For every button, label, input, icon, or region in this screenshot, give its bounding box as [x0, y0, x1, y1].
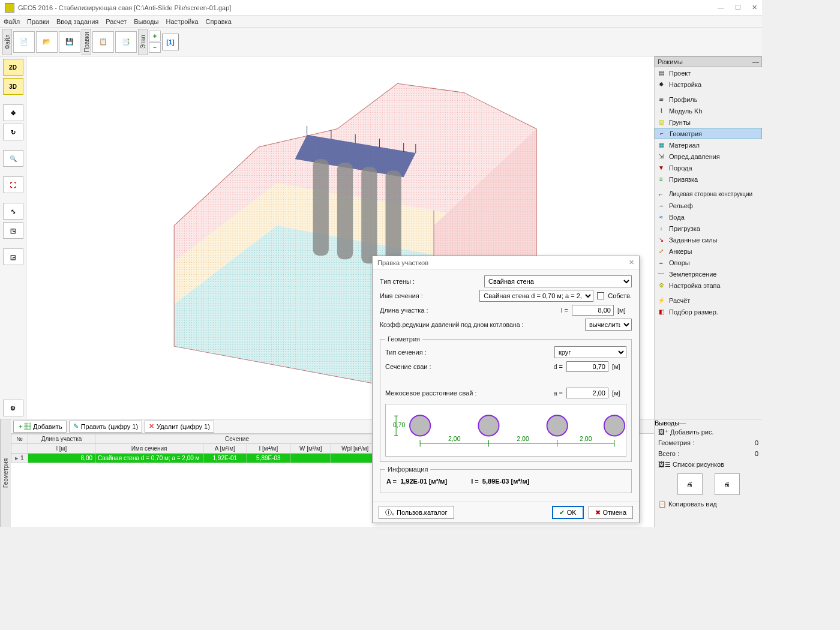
- modes-panel: Режимы— ▤Проект ✸Настройка ≋Профиль ⌇Мод…: [654, 56, 762, 419]
- wireframe-button[interactable]: ◳: [3, 222, 23, 239]
- toolbar-group-edit: Правки: [82, 29, 91, 55]
- mode-rock[interactable]: ▼Порода: [655, 162, 762, 173]
- wall-type-label: Тип стены :: [380, 278, 481, 285]
- save-file-button[interactable]: 💾: [59, 31, 80, 53]
- view-3d-button[interactable]: 3D: [3, 78, 23, 95]
- copy-button[interactable]: 📋: [92, 31, 114, 53]
- menu-settings[interactable]: Настройка: [166, 18, 198, 25]
- svg-point-28: [478, 415, 499, 436]
- output-header: Выводы—: [655, 419, 762, 427]
- new-file-button[interactable]: 📄: [13, 31, 35, 53]
- fit-button[interactable]: ⛶: [3, 176, 23, 193]
- wall-type-select[interactable]: Свайная стена: [484, 275, 632, 287]
- svg-point-29: [547, 415, 568, 436]
- pan-button[interactable]: ✥: [3, 104, 23, 121]
- menubar: Файл Правки Ввод задания Расчет Выводы Н…: [0, 16, 762, 28]
- add-row-button[interactable]: ＋▦Добавить: [13, 421, 67, 433]
- mode-project[interactable]: ▤Проект: [655, 67, 762, 79]
- collapse-icon[interactable]: —: [752, 58, 759, 65]
- dialog-title: Правка участков: [377, 259, 428, 266]
- mode-terrain[interactable]: ⌢Рельеф: [655, 200, 762, 211]
- reduction-label: Коэфф.редукции давлений под дном котлова…: [380, 321, 581, 328]
- pictures-list-button[interactable]: 🖼☰ Список рисунков: [655, 459, 762, 470]
- section-name-label: Имя сечения :: [380, 292, 476, 299]
- output-panel: Выводы— 🖼⁺ Добавить рис. Геометрия :0 Вс…: [654, 419, 762, 527]
- edit-row-button[interactable]: ✎Править (цифру 1): [69, 421, 142, 433]
- ok-button[interactable]: ✔OK: [552, 506, 584, 519]
- copy-view-button[interactable]: 📋 Копировать вид: [655, 499, 762, 509]
- length-input[interactable]: [572, 305, 614, 316]
- mode-material[interactable]: ▦Материал: [655, 139, 762, 151]
- paste-button[interactable]: 📑: [115, 31, 137, 53]
- axes-button[interactable]: ⤡: [3, 203, 23, 220]
- mode-geometry[interactable]: ⌐Геометрия: [655, 128, 762, 139]
- own-checkbox[interactable]: [597, 292, 604, 299]
- zoom-button[interactable]: 🔍: [3, 150, 23, 167]
- pile-section-label: Сечение сваи :: [385, 363, 542, 370]
- stage-remove-button[interactable]: －: [149, 42, 161, 53]
- svg-rect-21: [361, 167, 377, 263]
- svg-rect-20: [337, 163, 353, 259]
- mode-analysis[interactable]: ⚡Расчёт: [655, 295, 762, 306]
- rotate-button[interactable]: ↻: [3, 124, 23, 140]
- pile-diameter-input[interactable]: [566, 361, 608, 372]
- menu-calc[interactable]: Расчет: [106, 18, 127, 25]
- reduction-select[interactable]: вычислить: [585, 319, 632, 331]
- mode-stage-settings[interactable]: ⚙Настройка этапа: [655, 280, 762, 291]
- mode-profile[interactable]: ≋Профиль: [655, 94, 762, 105]
- shade-button[interactable]: ◲: [3, 248, 23, 265]
- info-area: A = 1,92E-01 [м²/м]: [386, 478, 447, 485]
- mode-settings[interactable]: ✸Настройка: [655, 79, 762, 90]
- view-2d-button[interactable]: 2D: [3, 59, 23, 76]
- modes-header: Режимы—: [655, 56, 762, 67]
- spacing-label: Межосевое расстояние свай :: [385, 389, 542, 397]
- mode-anchors[interactable]: ⤢Анкеры: [655, 245, 762, 257]
- mode-supports[interactable]: ⫠Опоры: [655, 257, 762, 268]
- sections-table: № Длина участка Сечение Ма l [м] Имя сеч…: [11, 434, 419, 463]
- print-button[interactable]: 🖨: [677, 473, 703, 495]
- mode-front[interactable]: ⌐Лицевая сторона конструкции: [655, 188, 762, 200]
- section-name-select[interactable]: Свайная стена d = 0,70 м; a = 2,00 м: [479, 290, 593, 302]
- minimize-button[interactable]: —: [718, 4, 724, 11]
- collapse-output-icon[interactable]: —: [679, 419, 686, 427]
- own-label: Собств.: [608, 292, 632, 299]
- view-toolbar: 2D 3D ✥ ↻ 🔍 ⛶ ⤡ ◳ ◲ ⚙: [0, 56, 26, 419]
- print-color-button[interactable]: 🖨: [715, 473, 740, 495]
- mode-soils[interactable]: ▧Грунты: [655, 116, 762, 128]
- menu-file[interactable]: Файл: [4, 18, 20, 25]
- user-catalog-button[interactable]: ⒾᵤПользов.каталог: [379, 506, 454, 519]
- mode-water[interactable]: ≈Вода: [655, 211, 762, 223]
- toolbar-group-stage: Этап: [138, 29, 148, 55]
- menu-output[interactable]: Выводы: [134, 18, 158, 25]
- dialog-close-icon[interactable]: ✕: [629, 259, 634, 266]
- menu-edit[interactable]: Правки: [27, 18, 49, 25]
- mode-assign[interactable]: ≡Привязка: [655, 173, 762, 185]
- maximize-button[interactable]: ☐: [735, 4, 741, 11]
- spacing-input[interactable]: [566, 388, 608, 398]
- length-label: Длина участка :: [380, 307, 548, 314]
- cancel-button[interactable]: ✖Отмена: [589, 506, 633, 519]
- stage-1-button[interactable]: [1]: [162, 34, 179, 50]
- delete-row-button[interactable]: ✕Удалит (цифру 1): [145, 421, 214, 433]
- mode-earthquake[interactable]: 〰Землетрясение: [655, 268, 762, 280]
- mode-dimensioning[interactable]: ◧Подбор размер.: [655, 306, 762, 317]
- open-file-button[interactable]: 📂: [36, 31, 58, 53]
- menu-help[interactable]: Справка: [206, 18, 232, 25]
- section-type-select[interactable]: круг: [554, 346, 626, 358]
- svg-text:2,00: 2,00: [580, 436, 592, 442]
- mode-kh[interactable]: ⌇Модуль Kh: [655, 105, 762, 116]
- add-picture-button[interactable]: 🖼⁺ Добавить рис.: [655, 427, 762, 437]
- titlebar: GEO5 2016 - Стабилизирующая свая [C:\Ant…: [0, 0, 762, 16]
- mode-pressure[interactable]: ⇲Опред.давления: [655, 151, 762, 162]
- svg-text:2,00: 2,00: [448, 436, 461, 442]
- settings-gear-button[interactable]: ⚙: [3, 400, 23, 416]
- pile-spacing-diagram: 0,70 2,00 2,00 2,00: [385, 404, 626, 457]
- close-button[interactable]: ✕: [752, 4, 757, 11]
- toolbar: Файл 📄 📂 💾 Правки 📋 📑 Этап ＋ － [1]: [0, 28, 762, 56]
- mode-forces[interactable]: ↘Заданные силы: [655, 234, 762, 245]
- table-row[interactable]: ▸ 1 8,00 Свайная стена d = 0,70 м; a = 2…: [11, 454, 419, 463]
- mode-surcharge[interactable]: ↓Пригрузка: [655, 223, 762, 234]
- menu-input[interactable]: Ввод задания: [56, 18, 98, 25]
- stage-add-button[interactable]: ＋: [149, 31, 161, 41]
- toolbar-group-file: Файл: [2, 29, 12, 55]
